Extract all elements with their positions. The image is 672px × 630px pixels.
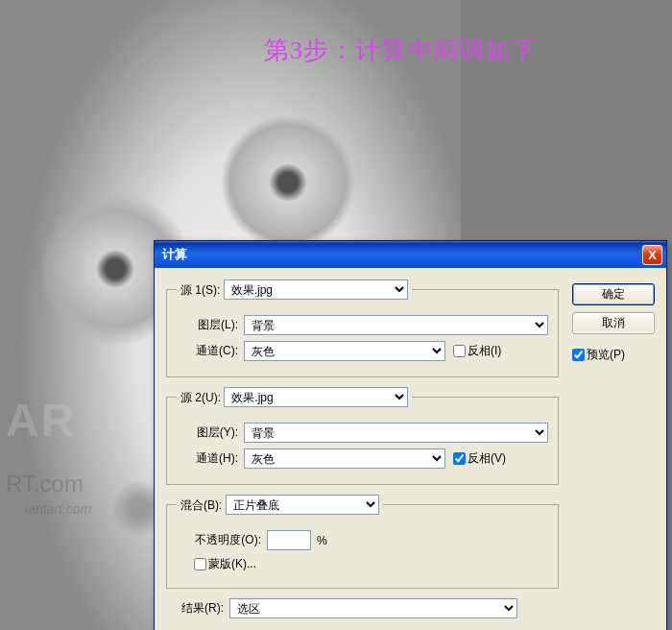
source2-layer-label: 图层(Y): xyxy=(177,424,238,441)
result-row: 结果(R): 选区 xyxy=(166,598,559,618)
dialog-titlebar[interactable]: 计算 X xyxy=(155,241,666,268)
dialog-body: 源 1(S): 效果.jpg 图层(L): 背景 通道(C): 灰色 xyxy=(155,268,666,630)
dialog-title: 计算 xyxy=(162,246,642,263)
blend-legend-text: 混合(B): xyxy=(180,498,222,512)
watermark-small: iantart.com xyxy=(25,501,91,517)
close-button[interactable]: X xyxy=(642,245,662,265)
source2-invert-label: 反相(V) xyxy=(468,450,506,467)
watermark-med: RT.com xyxy=(6,471,84,497)
preview-checkbox[interactable] xyxy=(572,349,585,361)
watermark-big: AR xyxy=(6,394,76,447)
mask-wrap[interactable]: 蒙版(K)... xyxy=(194,556,256,572)
source1-invert-wrap[interactable]: 反相(I) xyxy=(453,343,501,359)
source2-invert-checkbox[interactable] xyxy=(453,452,466,465)
calculations-dialog: 计算 X 源 1(S): 效果.jpg 图层(L): 背景 xyxy=(154,240,667,630)
step-caption: 第3步：计算中间调如下 xyxy=(264,34,537,67)
source1-group: 源 1(S): 效果.jpg 图层(L): 背景 通道(C): 灰色 xyxy=(166,279,559,377)
preview-wrap[interactable]: 预览(P) xyxy=(572,347,655,363)
source2-legend: 源 2(U): 效果.jpg xyxy=(177,387,412,407)
source1-invert-label: 反相(I) xyxy=(468,343,501,359)
blend-group: 混合(B): 正片叠底 不透明度(O): % 蒙版(K)... xyxy=(166,495,559,589)
ok-button[interactable]: 确定 xyxy=(572,283,655,305)
mask-checkbox[interactable] xyxy=(194,558,206,570)
opacity-pct: % xyxy=(317,534,327,547)
source2-legend-text: 源 2(U): xyxy=(180,391,221,404)
opacity-label: 不透明度(O): xyxy=(177,532,261,548)
dialog-left-column: 源 1(S): 效果.jpg 图层(L): 背景 通道(C): 灰色 xyxy=(166,279,559,618)
result-select[interactable]: 选区 xyxy=(229,598,517,618)
opacity-input[interactable] xyxy=(267,530,311,550)
source1-channel-select[interactable]: 灰色 xyxy=(244,341,445,361)
source1-legend-text: 源 1(S): xyxy=(180,283,220,297)
source1-layer-select[interactable]: 背景 xyxy=(244,315,548,335)
source1-channel-label: 通道(C): xyxy=(177,343,238,359)
result-label: 结果(R): xyxy=(166,600,224,617)
source2-file-select[interactable]: 效果.jpg xyxy=(224,387,408,407)
source2-channel-select[interactable]: 灰色 xyxy=(244,448,445,469)
blend-mode-select[interactable]: 正片叠底 xyxy=(226,495,379,515)
source2-channel-label: 通道(H): xyxy=(177,450,238,467)
dialog-right-column: 确定 取消 预览(P) xyxy=(572,279,655,618)
cancel-button[interactable]: 取消 xyxy=(572,312,655,334)
blend-legend: 混合(B): 正片叠底 xyxy=(177,495,383,515)
source2-layer-select[interactable]: 背景 xyxy=(244,423,548,443)
source2-group: 源 2(U): 效果.jpg 图层(Y): 背景 通道(H): 灰色 xyxy=(166,387,559,485)
source1-legend: 源 1(S): 效果.jpg xyxy=(177,279,412,300)
close-icon: X xyxy=(648,248,657,262)
mask-label: 蒙版(K)... xyxy=(208,556,256,572)
preview-label: 预览(P) xyxy=(587,347,625,363)
source2-invert-wrap[interactable]: 反相(V) xyxy=(453,450,506,467)
source1-layer-label: 图层(L): xyxy=(177,317,238,333)
source1-invert-checkbox[interactable] xyxy=(453,345,466,357)
source1-file-select[interactable]: 效果.jpg xyxy=(224,279,408,300)
